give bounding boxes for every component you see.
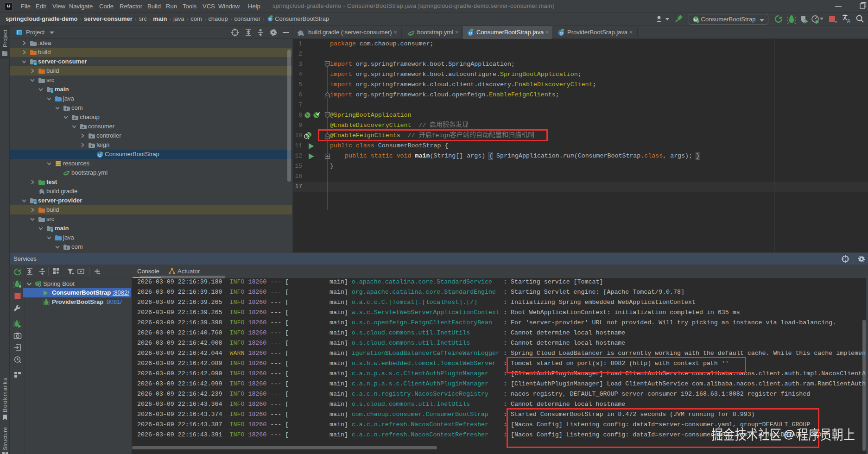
svg-text:A: A	[847, 18, 851, 24]
svg-text:2: 2	[835, 20, 837, 24]
